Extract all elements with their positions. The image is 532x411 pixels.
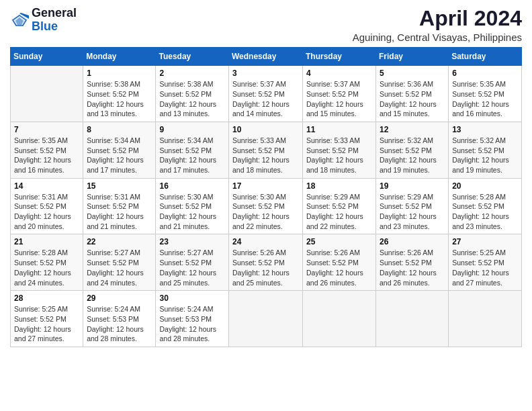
day-number: 8	[87, 125, 152, 134]
day-number: 10	[232, 125, 299, 134]
day-number: 5	[380, 68, 445, 78]
column-header-sunday: Sunday	[11, 48, 83, 66]
calendar-cell: 4Sunrise: 5:37 AM Sunset: 5:52 PM Daylig…	[303, 66, 376, 122]
calendar-cell: 7Sunrise: 5:35 AM Sunset: 5:52 PM Daylig…	[11, 122, 83, 178]
calendar-header: SundayMondayTuesdayWednesdayThursdayFrid…	[11, 48, 522, 66]
calendar-cell: 25Sunrise: 5:26 AM Sunset: 5:52 PM Dayli…	[303, 234, 376, 291]
day-info: Sunrise: 5:34 AM Sunset: 5:52 PM Dayligh…	[159, 136, 225, 175]
calendar-cell: 26Sunrise: 5:26 AM Sunset: 5:52 PM Dayli…	[376, 234, 449, 291]
week-row-5: 28Sunrise: 5:25 AM Sunset: 5:52 PM Dayli…	[11, 291, 522, 347]
calendar-cell	[229, 291, 303, 347]
day-number: 16	[159, 181, 225, 191]
calendar-cell: 13Sunrise: 5:32 AM Sunset: 5:52 PM Dayli…	[449, 122, 522, 178]
day-number: 2	[159, 68, 225, 78]
week-row-4: 21Sunrise: 5:28 AM Sunset: 5:52 PM Dayli…	[11, 234, 522, 291]
logo-icon	[10, 13, 29, 28]
calendar-cell	[11, 66, 83, 122]
day-info: Sunrise: 5:35 AM Sunset: 5:52 PM Dayligh…	[14, 136, 79, 175]
calendar-cell: 30Sunrise: 5:24 AM Sunset: 5:53 PM Dayli…	[156, 291, 229, 347]
day-number: 22	[87, 237, 152, 246]
column-header-saturday: Saturday	[449, 48, 522, 66]
day-info: Sunrise: 5:28 AM Sunset: 5:52 PM Dayligh…	[14, 248, 79, 287]
day-number: 21	[14, 237, 79, 246]
day-info: Sunrise: 5:38 AM Sunset: 5:52 PM Dayligh…	[87, 79, 152, 119]
title-block: April 2024 Aguining, Central Visayas, Ph…	[353, 7, 522, 43]
day-number: 15	[87, 181, 152, 191]
day-info: Sunrise: 5:27 AM Sunset: 5:52 PM Dayligh…	[87, 248, 152, 287]
day-info: Sunrise: 5:36 AM Sunset: 5:52 PM Dayligh…	[380, 79, 445, 119]
calendar-cell: 19Sunrise: 5:29 AM Sunset: 5:52 PM Dayli…	[376, 178, 449, 234]
calendar-cell: 16Sunrise: 5:30 AM Sunset: 5:52 PM Dayli…	[156, 178, 229, 234]
day-info: Sunrise: 5:29 AM Sunset: 5:52 PM Dayligh…	[306, 192, 372, 232]
day-number: 4	[306, 68, 372, 78]
calendar-cell: 23Sunrise: 5:27 AM Sunset: 5:52 PM Dayli…	[156, 234, 229, 291]
day-number: 27	[452, 237, 518, 246]
column-header-friday: Friday	[376, 48, 449, 66]
column-header-tuesday: Tuesday	[156, 48, 229, 66]
day-number: 6	[452, 68, 518, 78]
day-info: Sunrise: 5:30 AM Sunset: 5:52 PM Dayligh…	[159, 192, 225, 232]
calendar-cell	[449, 291, 522, 347]
day-number: 18	[306, 181, 372, 191]
location-subtitle: Aguining, Central Visayas, Philippines	[353, 32, 522, 43]
calendar-cell: 17Sunrise: 5:30 AM Sunset: 5:52 PM Dayli…	[229, 178, 303, 234]
day-number: 11	[306, 125, 372, 134]
calendar-cell: 18Sunrise: 5:29 AM Sunset: 5:52 PM Dayli…	[303, 178, 376, 234]
day-number: 24	[232, 237, 299, 246]
week-row-3: 14Sunrise: 5:31 AM Sunset: 5:52 PM Dayli…	[11, 178, 522, 234]
day-info: Sunrise: 5:29 AM Sunset: 5:52 PM Dayligh…	[380, 192, 445, 232]
calendar-cell: 28Sunrise: 5:25 AM Sunset: 5:52 PM Dayli…	[11, 291, 83, 347]
day-number: 14	[14, 181, 79, 191]
logo: General Blue	[10, 7, 77, 34]
calendar-cell: 6Sunrise: 5:35 AM Sunset: 5:52 PM Daylig…	[449, 66, 522, 122]
day-info: Sunrise: 5:28 AM Sunset: 5:52 PM Dayligh…	[452, 192, 518, 232]
calendar-cell: 11Sunrise: 5:33 AM Sunset: 5:52 PM Dayli…	[303, 122, 376, 178]
calendar-cell: 5Sunrise: 5:36 AM Sunset: 5:52 PM Daylig…	[376, 66, 449, 122]
calendar-cell: 14Sunrise: 5:31 AM Sunset: 5:52 PM Dayli…	[11, 178, 83, 234]
calendar-cell: 21Sunrise: 5:28 AM Sunset: 5:52 PM Dayli…	[11, 234, 83, 291]
calendar-cell: 24Sunrise: 5:26 AM Sunset: 5:52 PM Dayli…	[229, 234, 303, 291]
day-number: 23	[159, 237, 225, 246]
day-info: Sunrise: 5:33 AM Sunset: 5:52 PM Dayligh…	[306, 136, 372, 175]
day-info: Sunrise: 5:30 AM Sunset: 5:52 PM Dayligh…	[232, 192, 299, 232]
day-number: 26	[380, 237, 445, 246]
calendar-cell	[303, 291, 376, 347]
month-year-title: April 2024	[353, 7, 522, 30]
day-info: Sunrise: 5:25 AM Sunset: 5:52 PM Dayligh…	[452, 248, 518, 287]
day-info: Sunrise: 5:37 AM Sunset: 5:52 PM Dayligh…	[306, 79, 372, 119]
calendar-cell: 12Sunrise: 5:32 AM Sunset: 5:52 PM Dayli…	[376, 122, 449, 178]
calendar-cell: 15Sunrise: 5:31 AM Sunset: 5:52 PM Dayli…	[83, 178, 156, 234]
day-info: Sunrise: 5:35 AM Sunset: 5:52 PM Dayligh…	[452, 79, 518, 119]
day-info: Sunrise: 5:31 AM Sunset: 5:52 PM Dayligh…	[87, 192, 152, 232]
calendar-cell: 3Sunrise: 5:37 AM Sunset: 5:52 PM Daylig…	[229, 66, 303, 122]
calendar-cell: 22Sunrise: 5:27 AM Sunset: 5:52 PM Dayli…	[83, 234, 156, 291]
day-info: Sunrise: 5:32 AM Sunset: 5:52 PM Dayligh…	[452, 136, 518, 175]
calendar-cell: 9Sunrise: 5:34 AM Sunset: 5:52 PM Daylig…	[156, 122, 229, 178]
week-row-1: 1Sunrise: 5:38 AM Sunset: 5:52 PM Daylig…	[11, 66, 522, 122]
day-info: Sunrise: 5:24 AM Sunset: 5:53 PM Dayligh…	[159, 304, 225, 344]
week-row-2: 7Sunrise: 5:35 AM Sunset: 5:52 PM Daylig…	[11, 122, 522, 178]
logo-text: General Blue	[32, 7, 77, 34]
day-number: 12	[380, 125, 445, 134]
calendar-cell	[376, 291, 449, 347]
day-number: 17	[232, 181, 299, 191]
day-number: 9	[159, 125, 225, 134]
calendar-table: SundayMondayTuesdayWednesdayThursdayFrid…	[10, 47, 522, 347]
column-header-wednesday: Wednesday	[229, 48, 303, 66]
day-info: Sunrise: 5:33 AM Sunset: 5:52 PM Dayligh…	[232, 136, 299, 175]
calendar-cell: 29Sunrise: 5:24 AM Sunset: 5:53 PM Dayli…	[83, 291, 156, 347]
calendar-cell: 8Sunrise: 5:34 AM Sunset: 5:52 PM Daylig…	[83, 122, 156, 178]
day-info: Sunrise: 5:27 AM Sunset: 5:52 PM Dayligh…	[159, 248, 225, 287]
day-number: 20	[452, 181, 518, 191]
page-header: General Blue April 2024 Aguining, Centra…	[10, 7, 522, 43]
column-header-thursday: Thursday	[303, 48, 376, 66]
calendar-cell: 27Sunrise: 5:25 AM Sunset: 5:52 PM Dayli…	[449, 234, 522, 291]
calendar-cell: 20Sunrise: 5:28 AM Sunset: 5:52 PM Dayli…	[449, 178, 522, 234]
calendar-body: 1Sunrise: 5:38 AM Sunset: 5:52 PM Daylig…	[11, 66, 522, 347]
day-info: Sunrise: 5:37 AM Sunset: 5:52 PM Dayligh…	[232, 79, 299, 119]
day-number: 1	[87, 68, 152, 78]
day-info: Sunrise: 5:34 AM Sunset: 5:52 PM Dayligh…	[87, 136, 152, 175]
day-info: Sunrise: 5:26 AM Sunset: 5:52 PM Dayligh…	[232, 248, 299, 287]
day-number: 28	[14, 293, 79, 303]
day-info: Sunrise: 5:24 AM Sunset: 5:53 PM Dayligh…	[87, 304, 152, 344]
